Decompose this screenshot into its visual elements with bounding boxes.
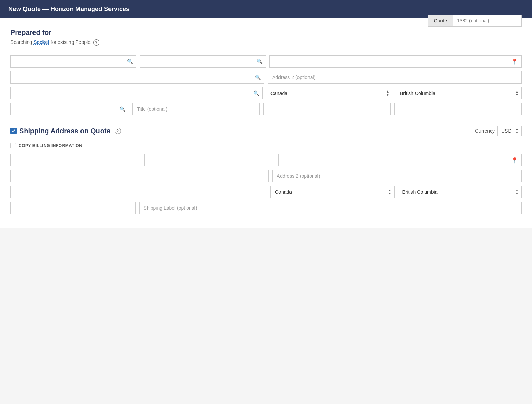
- company-input[interactable]: Socket: [10, 103, 129, 115]
- shipping-province-select[interactable]: British Columbia Ontario Alberta: [398, 186, 522, 198]
- shipping-checkbox[interactable]: [10, 128, 17, 134]
- last-name-input[interactable]: Sales: [140, 55, 266, 68]
- address1-field: 303-1477 West Pender Street 📍: [269, 55, 522, 68]
- copy-billing-checkbox[interactable]: [10, 143, 16, 148]
- city-input[interactable]: Vancouver: [263, 103, 391, 115]
- quote-number-row: Quote: [428, 15, 522, 27]
- shipping-row4: Socket Vancouver V6G 2S3: [10, 202, 522, 214]
- shipping-section-title: Shipping Address on Quote: [19, 127, 111, 135]
- prepared-for-row1: Socket 🔍 Sales 🔍 303-1477 West Pender St…: [10, 55, 522, 68]
- shipping-company-input[interactable]: Socket: [10, 202, 136, 214]
- country-field: Canada United States ▲ ▼: [266, 87, 392, 99]
- last-name-search-icon: 🔍: [257, 59, 263, 64]
- email-search-icon: 🔍: [255, 75, 261, 80]
- shipping-city-input[interactable]: Vancouver: [268, 202, 393, 214]
- shipping-postal-input[interactable]: V6G 2S3: [397, 202, 522, 214]
- shipping-header-left: Shipping Address on Quote ?: [10, 127, 121, 135]
- currency-select[interactable]: USD CAD: [497, 126, 522, 136]
- currency-field: USD CAD ▲ ▼: [497, 126, 522, 136]
- search-help-icon[interactable]: ?: [93, 39, 99, 46]
- province-field: British Columbia Ontario Alberta ▲ ▼: [396, 87, 522, 99]
- company-field: Socket 🔍: [10, 103, 129, 115]
- shipping-phone-input[interactable]: 778 737 7638: [10, 186, 267, 198]
- search-link[interactable]: Socket: [34, 39, 49, 45]
- shipping-first-name-input[interactable]: Socket: [10, 154, 141, 166]
- phone-field: 778 737 7638 🔍: [10, 87, 263, 99]
- address2-input[interactable]: [268, 71, 522, 84]
- shipping-address2-field: [272, 170, 522, 182]
- shipping-header-row: Shipping Address on Quote ? Currency USD…: [10, 126, 522, 136]
- currency-label: Currency: [475, 128, 495, 134]
- country-select[interactable]: Canada United States: [266, 87, 392, 99]
- company-search-icon: 🔍: [120, 106, 125, 112]
- last-name-field: Sales 🔍: [140, 55, 266, 68]
- copy-billing-row: COPY BILLING INFORMATION: [10, 143, 522, 148]
- currency-row: Currency USD CAD ▲ ▼: [475, 126, 522, 136]
- phone-input[interactable]: 778 737 7638: [10, 87, 263, 99]
- address1-location-icon: 📍: [511, 58, 518, 65]
- prepared-for-row2: sales@socketapp.com 🔍: [10, 71, 522, 84]
- prepared-for-header: Prepared for Searching Socket for existi…: [10, 29, 522, 52]
- quote-number-input[interactable]: [453, 15, 522, 27]
- address1-input[interactable]: 303-1477 West Pender Street: [269, 55, 522, 68]
- prepared-for-row4: Socket 🔍 Vancouver V6G 2S3: [10, 103, 522, 115]
- email-field: sales@socketapp.com 🔍: [10, 71, 264, 84]
- search-info: Searching Socket for existing People ?: [10, 39, 99, 46]
- page-title: New Quote — Horizon Managed Services: [8, 6, 130, 12]
- shipping-email-input[interactable]: billing@socketapp.com: [10, 170, 269, 182]
- address2-field: [268, 71, 522, 84]
- shipping-row3: 778 737 7638 Canada United States ▲ ▼ Br…: [10, 186, 522, 198]
- postal-input[interactable]: V6G 2S3: [394, 103, 522, 115]
- first-name-search-icon: 🔍: [127, 59, 133, 64]
- email-input[interactable]: sales@socketapp.com: [10, 71, 264, 84]
- prepared-for-section: Prepared for Searching Socket for existi…: [10, 29, 522, 115]
- prepared-for-left: Prepared for Searching Socket for existi…: [10, 29, 99, 52]
- shipping-address1-input[interactable]: 303-1477 West Pender Street: [278, 154, 522, 166]
- shipping-row2: billing@socketapp.com: [10, 170, 522, 182]
- province-select[interactable]: British Columbia Ontario Alberta: [396, 87, 522, 99]
- shipping-help-icon[interactable]: ?: [115, 128, 121, 134]
- shipping-address1-location-icon: 📍: [511, 157, 518, 164]
- quote-label-button[interactable]: Quote: [428, 15, 453, 27]
- prepared-for-title: Prepared for: [10, 29, 99, 37]
- first-name-input[interactable]: Socket: [10, 55, 136, 68]
- shipping-section: Shipping Address on Quote ? Currency USD…: [10, 126, 522, 214]
- shipping-province-field: British Columbia Ontario Alberta ▲ ▼: [398, 186, 522, 198]
- main-content: Prepared for Searching Socket for existi…: [0, 18, 532, 228]
- shipping-last-name-input[interactable]: Billing: [144, 154, 275, 166]
- shipping-country-field: Canada United States ▲ ▼: [270, 186, 395, 198]
- prepared-for-row3: 778 737 7638 🔍 Canada United States ▲ ▼ …: [10, 87, 522, 99]
- shipping-row1: Socket Billing 303-1477 West Pender Stre…: [10, 154, 522, 166]
- shipping-label-input[interactable]: [139, 202, 265, 214]
- shipping-address1-field: 303-1477 West Pender Street 📍: [278, 154, 522, 166]
- first-name-field: Socket 🔍: [10, 55, 136, 68]
- phone-search-icon: 🔍: [253, 90, 259, 96]
- title-input[interactable]: [132, 103, 260, 115]
- shipping-address2-input[interactable]: [272, 170, 522, 182]
- shipping-country-select[interactable]: Canada United States: [270, 186, 395, 198]
- copy-billing-label: COPY BILLING INFORMATION: [19, 143, 82, 148]
